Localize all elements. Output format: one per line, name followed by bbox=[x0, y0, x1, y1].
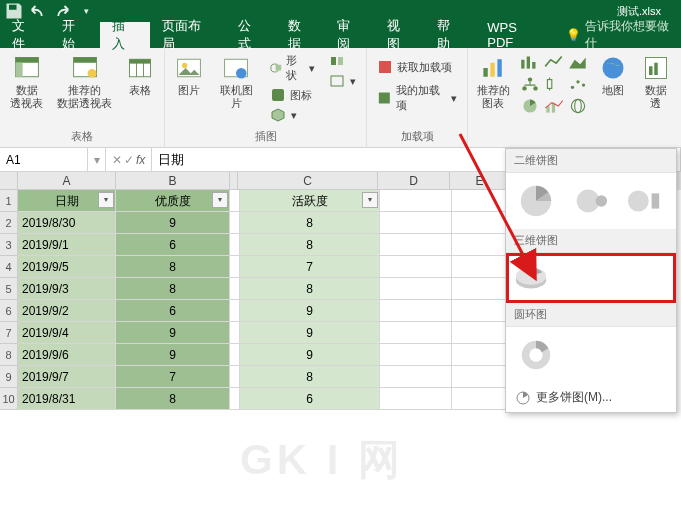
recommended-charts-button[interactable]: 推荐的 图表 bbox=[474, 52, 513, 112]
line-chart-button[interactable] bbox=[543, 52, 565, 72]
cell[interactable] bbox=[230, 322, 240, 344]
filter-icon[interactable]: ▾ bbox=[98, 192, 114, 208]
cell[interactable] bbox=[230, 234, 240, 256]
cell-activity[interactable]: 9 bbox=[240, 322, 380, 344]
tab-file[interactable]: 文件 bbox=[0, 22, 50, 48]
cell[interactable] bbox=[452, 234, 512, 256]
online-pictures-button[interactable]: 联机图片 bbox=[213, 52, 260, 112]
donut-basic[interactable] bbox=[516, 335, 556, 375]
cell[interactable] bbox=[380, 278, 452, 300]
row-header[interactable]: 5 bbox=[0, 278, 18, 300]
pie-2d-exploded[interactable] bbox=[570, 181, 610, 221]
cell-activity[interactable]: 8 bbox=[240, 366, 380, 388]
pie-3d-basic[interactable] bbox=[511, 258, 551, 298]
cell[interactable] bbox=[452, 212, 512, 234]
column-chart-button[interactable] bbox=[519, 52, 541, 72]
row-header[interactable]: 3 bbox=[0, 234, 18, 256]
cell-activity[interactable]: 6 bbox=[240, 388, 380, 410]
filter-icon[interactable]: ▾ bbox=[362, 192, 378, 208]
cell-activity[interactable]: 9 bbox=[240, 344, 380, 366]
save-icon[interactable] bbox=[4, 1, 24, 21]
tab-review[interactable]: 审阅 bbox=[325, 22, 375, 48]
cell-date[interactable]: 2019/9/6 bbox=[18, 344, 116, 366]
pie-2d-basic[interactable] bbox=[516, 181, 556, 221]
maps-button[interactable]: 地图 bbox=[595, 52, 631, 99]
tab-data[interactable]: 数据 bbox=[276, 22, 326, 48]
pivot-chart-button[interactable]: 数据透 bbox=[637, 52, 676, 112]
row-header[interactable]: 9 bbox=[0, 366, 18, 388]
cell[interactable] bbox=[380, 322, 452, 344]
cell-activity[interactable]: 8 bbox=[240, 234, 380, 256]
col-header-D[interactable]: D bbox=[378, 172, 450, 190]
cell[interactable] bbox=[452, 366, 512, 388]
cell[interactable] bbox=[452, 300, 512, 322]
3d-models-button[interactable]: ▾ bbox=[266, 106, 319, 124]
cell-date[interactable]: 2019/9/4 bbox=[18, 322, 116, 344]
shapes-button[interactable]: 形状▾ bbox=[266, 52, 319, 84]
row-header[interactable]: 2 bbox=[0, 212, 18, 234]
undo-icon[interactable] bbox=[28, 1, 48, 21]
cell-quality[interactable]: 8 bbox=[116, 256, 230, 278]
cell[interactable] bbox=[380, 366, 452, 388]
cell-quality[interactable]: 6 bbox=[116, 300, 230, 322]
area-chart-button[interactable] bbox=[567, 52, 589, 72]
qat-customize-icon[interactable]: ▾ bbox=[76, 1, 96, 21]
cell[interactable] bbox=[230, 366, 240, 388]
cell[interactable] bbox=[452, 190, 512, 212]
col-header-E[interactable]: E bbox=[450, 172, 510, 190]
cell-activity[interactable]: 9 bbox=[240, 300, 380, 322]
redo-icon[interactable] bbox=[52, 1, 72, 21]
cell-date[interactable]: 2019/9/2 bbox=[18, 300, 116, 322]
get-addins-button[interactable]: 获取加载项 bbox=[373, 58, 461, 76]
cell-activity[interactable]: 7 bbox=[240, 256, 380, 278]
combo-chart-button[interactable] bbox=[543, 96, 565, 116]
table-header-quality[interactable]: 优质度▾ bbox=[116, 190, 230, 212]
cell-date[interactable]: 2019/9/3 bbox=[18, 278, 116, 300]
row-header[interactable]: 6 bbox=[0, 300, 18, 322]
col-header-A[interactable]: A bbox=[18, 172, 116, 190]
my-addins-button[interactable]: 我的加载项▾ bbox=[373, 82, 461, 114]
pictures-button[interactable]: 图片 bbox=[171, 52, 207, 99]
cell-quality[interactable]: 7 bbox=[116, 366, 230, 388]
recommended-pivot-button[interactable]: 推荐的 数据透视表 bbox=[53, 52, 116, 112]
tell-me[interactable]: 💡 告诉我你想要做什 bbox=[566, 22, 681, 48]
row-header[interactable]: 1 bbox=[0, 190, 18, 212]
tab-help[interactable]: 帮助 bbox=[425, 22, 475, 48]
hierarchy-chart-button[interactable] bbox=[519, 74, 541, 94]
pie-2d-bar-of-pie[interactable] bbox=[624, 181, 664, 221]
row-header[interactable]: 8 bbox=[0, 344, 18, 366]
pivot-table-button[interactable]: 数据 透视表 bbox=[6, 52, 47, 112]
statistic-chart-button[interactable] bbox=[543, 74, 565, 94]
table-header-activity[interactable]: 活跃度▾ bbox=[240, 190, 380, 212]
row-header[interactable]: 4 bbox=[0, 256, 18, 278]
row-header[interactable]: 10 bbox=[0, 388, 18, 410]
cell-date[interactable]: 2019/8/30 bbox=[18, 212, 116, 234]
cell-date[interactable]: 2019/9/1 bbox=[18, 234, 116, 256]
cell-activity[interactable]: 8 bbox=[240, 278, 380, 300]
cell-date[interactable]: 2019/9/7 bbox=[18, 366, 116, 388]
select-all-corner[interactable] bbox=[0, 172, 18, 190]
cell[interactable] bbox=[452, 322, 512, 344]
cell[interactable] bbox=[452, 278, 512, 300]
cell[interactable] bbox=[230, 190, 240, 212]
cell[interactable] bbox=[230, 212, 240, 234]
cell-quality[interactable]: 9 bbox=[116, 344, 230, 366]
cell[interactable] bbox=[230, 300, 240, 322]
table-header-date[interactable]: 日期▾ bbox=[18, 190, 116, 212]
icons-button[interactable]: 图标 bbox=[266, 86, 319, 104]
row-header[interactable]: 7 bbox=[0, 322, 18, 344]
tab-view[interactable]: 视图 bbox=[375, 22, 425, 48]
cell[interactable] bbox=[452, 388, 512, 410]
cell-quality[interactable]: 6 bbox=[116, 234, 230, 256]
enter-formula-icon[interactable]: ✓ bbox=[124, 153, 134, 167]
cancel-formula-icon[interactable]: ✕ bbox=[112, 153, 122, 167]
tab-insert[interactable]: 插入 bbox=[100, 22, 150, 48]
cell[interactable] bbox=[380, 300, 452, 322]
tab-page-layout[interactable]: 页面布局 bbox=[150, 22, 226, 48]
col-header-gap[interactable] bbox=[230, 172, 238, 190]
more-pie-charts[interactable]: 更多饼图(M)... bbox=[506, 383, 676, 412]
cell[interactable] bbox=[452, 256, 512, 278]
cell[interactable] bbox=[452, 344, 512, 366]
screenshot-button[interactable]: ▾ bbox=[325, 72, 360, 90]
filter-icon[interactable]: ▾ bbox=[212, 192, 228, 208]
